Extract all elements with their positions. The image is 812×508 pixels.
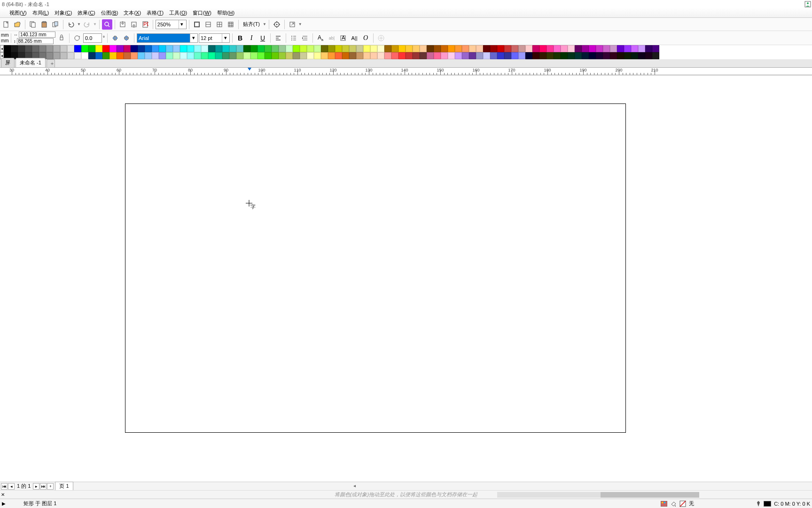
color-swatch[interactable] — [497, 52, 504, 59]
color-swatch[interactable] — [342, 52, 349, 59]
color-swatch[interactable] — [265, 52, 272, 59]
open-icon[interactable] — [12, 19, 23, 30]
color-swatch[interactable] — [490, 45, 497, 52]
color-swatch[interactable] — [575, 45, 582, 52]
search-icon[interactable] — [102, 19, 112, 30]
color-swatch[interactable] — [532, 52, 539, 59]
font-combo[interactable]: ▾ — [137, 33, 198, 43]
color-swatch[interactable] — [180, 45, 187, 52]
status-palette-icon[interactable] — [661, 501, 667, 507]
color-swatch[interactable] — [455, 52, 462, 59]
undo-icon[interactable] — [66, 19, 76, 30]
color-swatch[interactable] — [511, 52, 518, 59]
color-swatch[interactable] — [603, 45, 610, 52]
zoom-combo[interactable]: ▾ — [156, 20, 187, 29]
import-icon[interactable] — [117, 19, 128, 30]
color-swatch[interactable] — [406, 45, 413, 52]
color-swatch[interactable] — [645, 45, 652, 52]
clone-icon[interactable] — [50, 19, 61, 30]
page-prev-icon[interactable]: ◂ — [8, 483, 15, 490]
color-swatch[interactable] — [335, 45, 342, 52]
color-swatch[interactable] — [596, 45, 603, 52]
color-swatch[interactable] — [483, 45, 490, 52]
canvas[interactable]: 字 — [0, 75, 812, 482]
color-swatch[interactable] — [109, 52, 117, 59]
status-nav-icon[interactable]: ▶ — [2, 501, 6, 506]
color-swatch[interactable] — [236, 52, 243, 59]
color-swatch[interactable] — [413, 45, 420, 52]
color-swatch[interactable] — [391, 52, 398, 59]
color-swatch[interactable] — [356, 52, 363, 59]
tab-current[interactable]: 未命名 -1 — [16, 58, 46, 67]
chevron-down-icon[interactable]: ▾ — [190, 34, 196, 42]
color-swatch[interactable] — [166, 52, 173, 59]
color-swatch[interactable] — [46, 45, 53, 52]
color-swatch[interactable] — [307, 45, 314, 52]
color-swatch[interactable] — [434, 45, 441, 52]
menu-window[interactable]: 窗口(W) — [190, 8, 214, 17]
color-swatch[interactable] — [349, 45, 356, 52]
color-swatch[interactable] — [152, 45, 159, 52]
color-swatch[interactable] — [187, 45, 194, 52]
underline-icon[interactable]: U — [258, 33, 268, 43]
color-swatch[interactable] — [208, 45, 215, 52]
page-first-icon[interactable]: ⏮ — [1, 483, 8, 490]
color-swatch[interactable] — [194, 52, 201, 59]
color-swatch[interactable] — [631, 52, 638, 59]
color-swatch[interactable] — [539, 45, 547, 52]
color-swatch[interactable] — [398, 45, 406, 52]
rotate-icon[interactable] — [72, 33, 82, 43]
tab-screen[interactable]: 屏 — [1, 58, 15, 67]
color-swatch[interactable] — [568, 45, 575, 52]
color-swatch[interactable] — [138, 52, 145, 59]
color-swatch[interactable] — [624, 45, 631, 52]
color-swatch[interactable] — [131, 45, 138, 52]
menu-help[interactable]: 帮助(H) — [214, 8, 237, 17]
user-icon[interactable] — [804, 1, 811, 8]
color-swatch[interactable] — [391, 45, 398, 52]
color-swatch[interactable] — [356, 45, 363, 52]
color-swatch[interactable] — [441, 45, 448, 52]
tab-add[interactable]: + — [47, 59, 55, 67]
scrollbar-thumb[interactable] — [601, 492, 699, 498]
color-swatch[interactable] — [462, 52, 469, 59]
indent-icon[interactable] — [300, 33, 310, 43]
color-swatch[interactable] — [617, 52, 624, 59]
color-swatch[interactable] — [363, 45, 370, 52]
color-swatch[interactable] — [53, 52, 60, 59]
color-swatch[interactable] — [483, 52, 490, 59]
color-swatch[interactable] — [476, 52, 483, 59]
color-swatch[interactable] — [610, 45, 617, 52]
menu-tools[interactable]: 工具(O) — [166, 8, 190, 17]
chevron-down-icon[interactable]: ▾ — [179, 20, 185, 29]
color-swatch[interactable] — [229, 45, 236, 52]
color-swatch[interactable] — [525, 45, 532, 52]
color-swatch[interactable] — [420, 45, 427, 52]
text-frame-icon[interactable]: A — [338, 33, 348, 43]
color-dock-bar[interactable]: ✕ 将颜色(或对象)拖动至此处，以便将这些颜色与文档存储在一起 — [0, 490, 812, 499]
copy-icon[interactable] — [28, 19, 38, 30]
color-swatch[interactable] — [321, 52, 328, 59]
color-swatch[interactable] — [286, 52, 293, 59]
menu-layout[interactable]: 布局(L) — [30, 8, 52, 17]
menu-text[interactable]: 文本(X) — [121, 8, 144, 17]
color-swatch[interactable] — [504, 45, 511, 52]
color-swatch[interactable] — [180, 52, 187, 59]
color-swatch[interactable] — [462, 45, 469, 52]
page-add-icon[interactable]: + — [47, 483, 54, 490]
color-swatch[interactable] — [328, 45, 335, 52]
color-swatch[interactable] — [229, 52, 236, 59]
color-swatch[interactable] — [88, 45, 95, 52]
menu-object[interactable]: 对象(C) — [52, 8, 75, 17]
bullets-icon[interactable] — [289, 33, 299, 43]
color-swatch[interactable] — [74, 52, 81, 59]
color-swatch[interactable] — [173, 45, 180, 52]
color-swatch[interactable] — [208, 52, 215, 59]
color-swatch[interactable] — [95, 52, 102, 59]
mirror-v-icon[interactable] — [121, 33, 132, 43]
color-swatch[interactable] — [293, 52, 300, 59]
color-swatch[interactable] — [448, 45, 455, 52]
menu-view[interactable]: 视图(V) — [7, 8, 30, 17]
color-swatch[interactable] — [60, 45, 67, 52]
color-swatch[interactable] — [518, 45, 525, 52]
